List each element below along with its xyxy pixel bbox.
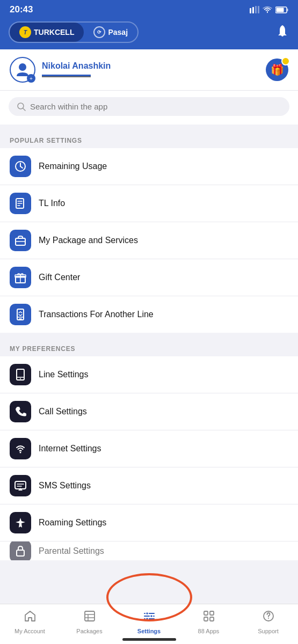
sms-settings-label: SMS Settings (39, 481, 91, 491)
sms-settings-item[interactable]: SMS Settings (0, 467, 298, 504)
line-settings-item[interactable]: Line Settings (0, 356, 298, 393)
battery-icon (275, 6, 288, 13)
profile-name: Nikolai Anashkin (42, 61, 111, 71)
tab-support-icon (262, 610, 275, 626)
tab-my-account-label: My Account (14, 628, 45, 634)
popular-settings-section-header: POPULAR SETTINGS (0, 125, 298, 148)
svg-rect-1 (252, 7, 254, 13)
gift-center-item[interactable]: Gift Center (0, 259, 298, 296)
notification-bell-button[interactable] (275, 24, 289, 41)
my-package-icon (10, 230, 31, 251)
my-preferences-title: MY PREFERENCES (10, 345, 75, 353)
remaining-usage-label: Remaining Usage (39, 162, 107, 171)
settings-icon (143, 610, 156, 623)
wifi-icon (263, 6, 272, 13)
svg-rect-6 (277, 8, 284, 12)
turkcell-tab[interactable]: T TURKCELL (10, 23, 84, 42)
tab-settings-icon (143, 610, 156, 626)
svg-rect-0 (250, 8, 251, 13)
home-indicator (122, 638, 176, 641)
airplane-icon (14, 517, 26, 529)
search-input[interactable] (30, 102, 281, 111)
tab-apps-icon (202, 610, 215, 626)
avatar: + (10, 57, 35, 83)
my-package-item[interactable]: My Package and Services (0, 222, 298, 259)
tab-packages[interactable]: Packages (60, 609, 119, 635)
svg-rect-26 (15, 481, 26, 489)
document-icon (14, 197, 26, 209)
status-time: 20:43 (10, 4, 33, 15)
phone-icon (14, 406, 26, 418)
my-package-label: My Package and Services (39, 236, 138, 245)
tl-info-icon (10, 193, 31, 214)
svg-point-37 (146, 612, 148, 615)
profile-info: Nikolai Anashkin ▬▬▬▬▬▬▬ (42, 61, 111, 79)
top-nav: T TURKCELL ⟳ Pasaj (0, 18, 298, 49)
transactions-icon (10, 304, 31, 325)
bell-icon (275, 24, 289, 39)
internet-settings-icon (10, 438, 31, 459)
search-wrap[interactable] (9, 97, 289, 116)
tab-apps[interactable]: 88 Apps (179, 609, 238, 635)
gift-center-icon (10, 267, 31, 288)
roaming-settings-item[interactable]: Roaming Settings (0, 504, 298, 541)
internet-settings-item[interactable]: Internet Settings (0, 430, 298, 467)
packages-icon (83, 610, 96, 623)
phone-transfer-icon (14, 309, 26, 320)
profile-phone: ▬▬▬▬▬▬▬ (42, 71, 111, 79)
pasaj-label: Pasaj (108, 28, 128, 36)
line-settings-label: Line Settings (39, 370, 89, 379)
lock-icon (14, 545, 26, 557)
signal-icon (250, 6, 259, 13)
gift-center-label: Gift Center (39, 273, 80, 282)
parental-settings-label: Parental Settings (39, 546, 104, 556)
search-icon (17, 103, 26, 111)
gift-badge (281, 57, 290, 65)
tab-my-account-icon (24, 610, 37, 626)
tab-support[interactable]: Support (238, 609, 298, 635)
svg-rect-5 (287, 9, 288, 11)
roaming-settings-label: Roaming Settings (39, 518, 106, 528)
remaining-usage-item[interactable]: Remaining Usage (0, 148, 298, 185)
search-area (0, 91, 298, 125)
clock-icon (14, 160, 26, 172)
transactions-item[interactable]: Transactions For Another Line (0, 296, 298, 333)
tl-info-label: TL Info (39, 199, 65, 208)
tab-packages-icon (83, 610, 96, 626)
popular-settings-list: Remaining Usage TL Info My Package and S… (0, 148, 298, 333)
svg-rect-2 (255, 6, 257, 13)
tab-my-account[interactable]: My Account (0, 609, 60, 635)
tab-apps-label: 88 Apps (198, 628, 220, 634)
svg-point-38 (150, 615, 152, 618)
wifi-settings-icon (14, 443, 26, 455)
gift-icon (14, 272, 26, 283)
svg-line-9 (23, 108, 26, 111)
status-icons (250, 6, 288, 13)
svg-rect-3 (258, 6, 259, 13)
call-settings-item[interactable]: Call Settings (0, 393, 298, 430)
svg-point-45 (268, 618, 269, 619)
remaining-usage-icon (10, 156, 31, 177)
turkcell-label: TURKCELL (34, 28, 74, 36)
svg-point-25 (20, 452, 21, 453)
svg-point-39 (146, 618, 148, 620)
popular-settings-title: POPULAR SETTINGS (10, 137, 82, 144)
internet-settings-label: Internet Settings (39, 444, 101, 453)
pasaj-logo-mark: ⟳ (93, 26, 105, 38)
parental-settings-item[interactable]: Parental Settings (0, 541, 298, 560)
pasaj-tab[interactable]: ⟳ Pasaj (84, 23, 137, 42)
parental-settings-icon (10, 541, 31, 560)
nav-tabs[interactable]: T TURKCELL ⟳ Pasaj (9, 21, 139, 43)
sms-icon (14, 480, 26, 492)
svg-rect-41 (210, 611, 214, 615)
tab-settings-label: Settings (137, 628, 161, 634)
profile-area: + Nikolai Anashkin ▬▬▬▬▬▬▬ 🎁 (0, 49, 298, 91)
turkcell-logo-mark: T (19, 26, 31, 38)
svg-rect-20 (17, 309, 24, 320)
gift-button[interactable]: 🎁 (266, 58, 288, 81)
call-settings-icon (10, 401, 31, 422)
svg-rect-29 (17, 550, 24, 556)
tl-info-item[interactable]: TL Info (0, 185, 298, 222)
my-preferences-list: Line Settings Call Settings Internet Set… (0, 356, 298, 560)
tab-settings[interactable]: Settings (119, 609, 179, 635)
